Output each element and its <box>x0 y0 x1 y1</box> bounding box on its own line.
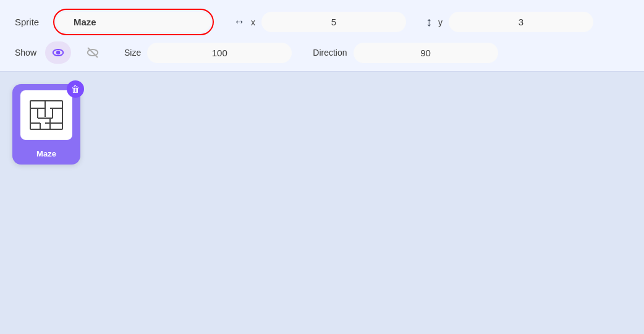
show-visible-button[interactable] <box>45 41 71 64</box>
show-label: Show <box>15 48 36 58</box>
eye-slash-icon <box>86 46 100 59</box>
panel: Sprite ↔ x ↕ y Show <box>0 0 644 334</box>
y-arrow-icon: ↕ <box>426 15 432 29</box>
direction-input[interactable] <box>354 43 498 63</box>
x-label: x <box>251 17 255 27</box>
sprite-row1: Sprite ↔ x ↕ y <box>15 9 629 35</box>
sprite-name-input[interactable] <box>56 12 211 32</box>
size-section: Size <box>124 43 292 63</box>
svg-point-1 <box>57 51 60 54</box>
sprite-thumbnail <box>20 90 72 140</box>
sprite-name-wrapper <box>53 9 214 35</box>
sprite-info-bar: Sprite ↔ x ↕ y Show <box>0 0 644 72</box>
direction-section: Direction <box>313 43 498 63</box>
delete-sprite-button[interactable]: 🗑 <box>67 80 84 98</box>
y-coord-section: ↕ y <box>426 12 593 32</box>
eye-icon <box>51 46 65 59</box>
trash-icon: 🗑 <box>71 84 80 94</box>
show-hidden-button[interactable] <box>80 41 106 64</box>
direction-label: Direction <box>313 48 347 58</box>
sprites-area: 🗑 <box>0 72 644 334</box>
y-input[interactable] <box>449 12 593 32</box>
maze-image <box>28 98 65 132</box>
x-arrow-icon: ↔ <box>234 15 245 28</box>
sprite-card[interactable]: 🗑 <box>12 84 80 165</box>
sprite-card-label: Maze <box>36 149 56 158</box>
size-input[interactable] <box>147 43 292 63</box>
size-label: Size <box>124 48 141 58</box>
sprite-row2: Show Size Direction <box>15 41 629 64</box>
x-input[interactable] <box>261 12 406 32</box>
x-coord-section: ↔ x <box>234 12 406 32</box>
sprite-label: Sprite <box>15 17 43 27</box>
y-label: y <box>438 17 443 27</box>
svg-rect-4 <box>30 101 62 129</box>
